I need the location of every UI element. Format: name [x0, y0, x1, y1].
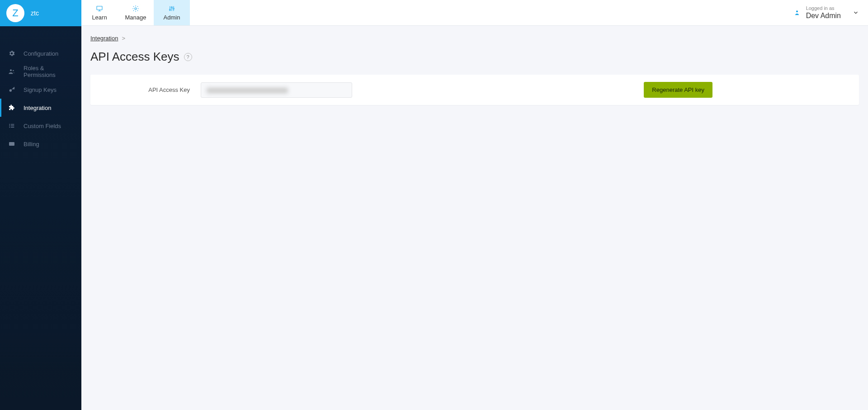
svg-rect-6 — [11, 125, 14, 126]
topbar-spacer — [190, 0, 784, 25]
org-avatar: Z — [6, 4, 24, 22]
svg-point-0 — [10, 69, 12, 71]
svg-point-14 — [171, 7, 173, 8]
sidebar-item-label: Configuration — [24, 50, 58, 57]
sidebar-item-billing[interactable]: Billing — [0, 135, 81, 153]
cog-icon — [132, 5, 139, 12]
user-icon — [793, 9, 801, 16]
tab-label: Manage — [125, 14, 146, 21]
svg-point-1 — [13, 70, 14, 72]
chevron-down-icon — [853, 10, 859, 16]
breadcrumb-link[interactable]: Integration — [90, 35, 118, 42]
tab-learn[interactable]: Learn — [81, 0, 118, 25]
sidebar-item-signup-keys[interactable]: Signup Keys — [0, 81, 81, 99]
svg-rect-4 — [11, 124, 14, 124]
svg-point-3 — [9, 124, 10, 125]
api-key-label: API Access Key — [101, 86, 201, 93]
card-icon — [8, 140, 15, 148]
sidebar-nav: Configuration Roles & Permissions Signup… — [0, 26, 81, 153]
sidebar-item-label: Roles & Permissions — [24, 65, 73, 78]
svg-point-13 — [170, 9, 171, 10]
svg-point-5 — [9, 125, 10, 126]
svg-point-16 — [796, 10, 798, 12]
sidebar: Z ztc Configuration Roles & Permissions … — [0, 0, 81, 410]
sidebar-item-integration[interactable]: Integration — [0, 99, 81, 117]
api-key-panel: API Access Key Regenerate API key — [90, 75, 859, 105]
svg-rect-8 — [11, 127, 14, 128]
svg-rect-11 — [97, 6, 102, 10]
sidebar-item-label: Integration — [24, 105, 51, 111]
user-menu[interactable]: Logged in as Dev Admin — [784, 0, 868, 25]
user-prefix: Logged in as — [806, 5, 841, 11]
list-icon — [8, 122, 15, 129]
svg-rect-10 — [9, 143, 14, 144]
page-title: API Access Keys — [90, 50, 179, 64]
sliders-icon — [168, 5, 175, 12]
breadcrumb-sep: > — [122, 35, 125, 42]
org-name: ztc — [31, 10, 39, 17]
page-title-row: API Access Keys ? — [90, 50, 859, 64]
breadcrumb: Integration > — [90, 35, 859, 42]
sidebar-item-label: Signup Keys — [24, 86, 57, 93]
svg-point-15 — [173, 8, 175, 9]
sidebar-item-roles[interactable]: Roles & Permissions — [0, 62, 81, 81]
topbar: Learn Manage Admin Logged in as — [81, 0, 868, 26]
top-tabs: Learn Manage Admin — [81, 0, 190, 25]
tab-manage[interactable]: Manage — [118, 0, 154, 25]
main: Learn Manage Admin Logged in as — [81, 0, 868, 410]
api-key-field[interactable] — [201, 82, 352, 98]
sidebar-item-label: Custom Fields — [24, 123, 61, 129]
help-icon[interactable]: ? — [184, 53, 192, 61]
svg-point-2 — [9, 89, 12, 91]
monitor-icon — [96, 5, 103, 12]
svg-point-7 — [9, 127, 10, 128]
tab-admin[interactable]: Admin — [154, 0, 190, 25]
regenerate-button[interactable]: Regenerate API key — [644, 82, 712, 98]
tab-label: Admin — [164, 14, 180, 21]
key-icon — [8, 86, 15, 93]
svg-point-12 — [135, 8, 137, 10]
org-avatar-letter: Z — [12, 7, 18, 19]
gear-icon — [8, 50, 15, 57]
api-key-blurred — [207, 88, 288, 93]
user-name: Dev Admin — [806, 11, 841, 20]
users-icon — [8, 68, 15, 75]
sidebar-item-custom-fields[interactable]: Custom Fields — [0, 117, 81, 135]
content: Integration > API Access Keys ? API Acce… — [81, 26, 868, 410]
sidebar-item-configuration[interactable]: Configuration — [0, 44, 81, 62]
sidebar-header: Z ztc — [0, 0, 81, 26]
sidebar-item-label: Billing — [24, 141, 39, 148]
user-text: Logged in as Dev Admin — [806, 5, 841, 20]
puzzle-icon — [8, 104, 15, 111]
tab-label: Learn — [92, 14, 107, 21]
